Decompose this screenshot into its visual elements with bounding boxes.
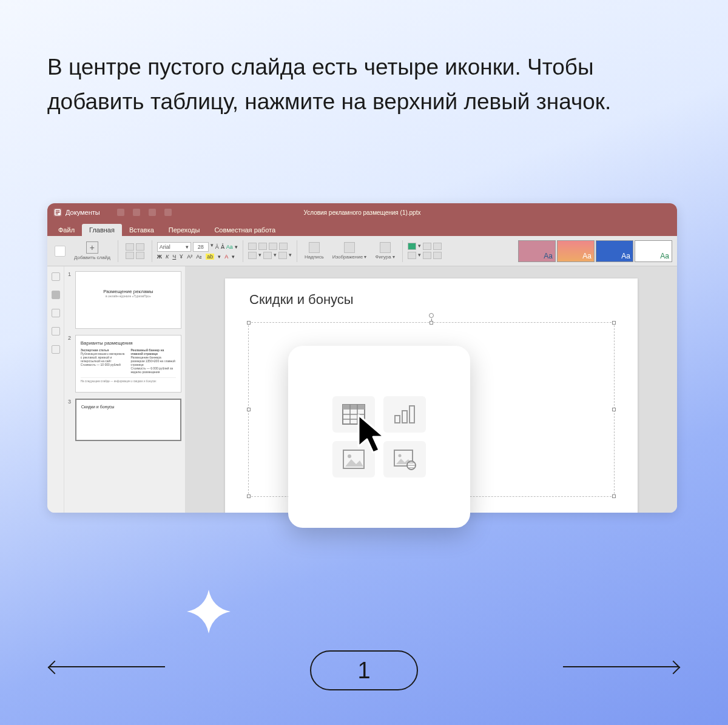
print-icon[interactable]: [133, 209, 140, 216]
font-size-select[interactable]: 28: [193, 242, 209, 252]
theme-gallery: Аа Аа Аа Аа: [518, 240, 672, 262]
svg-rect-3: [56, 214, 58, 215]
save-icon[interactable]: [117, 209, 124, 216]
group-icon[interactable]: [423, 252, 431, 259]
rotate-handle-icon[interactable]: [429, 313, 434, 318]
shape-icon[interactable]: [380, 242, 391, 253]
menu-transitions[interactable]: Переходы: [161, 224, 207, 236]
info-icon[interactable]: [52, 345, 60, 354]
sparkle-icon: [186, 588, 232, 635]
insert-chart-button[interactable]: [383, 396, 426, 433]
indent-icon[interactable]: [278, 252, 287, 259]
slide-number: 1: [68, 271, 73, 329]
resize-handle[interactable]: [247, 494, 251, 498]
thumb-title: Варианты размещения: [81, 340, 176, 346]
align-justify-icon[interactable]: [279, 243, 288, 250]
slide-title-text[interactable]: Скидки и бонусы: [249, 292, 354, 308]
image-label: Изображение ▾: [332, 254, 367, 260]
svg-point-14: [348, 454, 351, 458]
underline-button[interactable]: Ч: [172, 254, 176, 260]
textbox-icon[interactable]: [309, 242, 320, 253]
align-left-icon[interactable]: [248, 243, 257, 250]
insert-online-image-button[interactable]: [383, 441, 426, 477]
svg-rect-1: [56, 211, 60, 212]
app-logo-icon: [53, 208, 62, 217]
align-center-icon[interactable]: [258, 243, 267, 250]
thumb-title: Скидки и бонусы: [81, 405, 175, 409]
ribbon: + Добавить слайд Arial▾ 28 ▾ ÂǍAa▾ Ж: [47, 236, 677, 266]
menu-bar: Файл Главная Вставка Переходы Совместная…: [47, 221, 677, 236]
thumb-subtitle: в онлайн-журнале «ТуризмПро»: [81, 294, 176, 298]
rotate-icon[interactable]: [433, 252, 442, 259]
italic-button[interactable]: К: [166, 254, 169, 260]
svg-rect-2: [56, 212, 60, 213]
insert-image-button[interactable]: [332, 441, 375, 477]
resize-handle[interactable]: [612, 321, 616, 325]
highlight-icon[interactable]: ab: [206, 254, 214, 260]
insert-table-button[interactable]: [332, 396, 375, 433]
resize-handle[interactable]: [430, 321, 433, 325]
slide-number: 2: [68, 335, 73, 393]
textbox-label: Надпись: [305, 254, 324, 260]
next-arrow[interactable]: [563, 666, 678, 667]
resize-handle[interactable]: [247, 408, 251, 411]
resize-handle[interactable]: [247, 321, 251, 325]
shape-label: Фигура ▾: [375, 254, 395, 260]
resize-handle[interactable]: [612, 408, 616, 411]
menu-home[interactable]: Главная: [82, 224, 122, 236]
layout-icon[interactable]: [55, 246, 66, 257]
svg-rect-10: [395, 416, 400, 423]
slide-thumb-3[interactable]: 3 Скидки и бонусы: [68, 399, 181, 441]
format-painter-icon[interactable]: [136, 252, 144, 259]
redo-icon[interactable]: [164, 209, 172, 216]
add-slide-label: Добавить слайд: [74, 255, 110, 260]
instruction-text: В центре пустого слайда есть четыре икон…: [47, 50, 678, 120]
theme-2[interactable]: Аа: [557, 240, 595, 262]
prev-arrow[interactable]: [50, 666, 165, 667]
svg-rect-5: [343, 405, 365, 410]
animation-icon[interactable]: [52, 327, 60, 336]
image-icon[interactable]: [344, 242, 355, 253]
insert-content-popover: [288, 346, 470, 528]
copy-icon[interactable]: [136, 243, 144, 251]
page-indicator: 1: [310, 650, 418, 690]
undo-icon[interactable]: [149, 209, 156, 216]
document-title: Условия рекламного размещения (1).pptx: [304, 209, 421, 216]
svg-rect-12: [410, 406, 414, 423]
cut-icon[interactable]: [126, 243, 134, 251]
align-obj-icon[interactable]: [433, 243, 442, 250]
search-icon[interactable]: [52, 272, 60, 281]
slide-thumb-1[interactable]: 1 Размещение рекламы в онлайн-журнале «Т…: [68, 271, 181, 329]
slide-number: 3: [68, 399, 73, 441]
align-right-icon[interactable]: [269, 243, 277, 250]
slides-panel-icon[interactable]: [52, 291, 60, 299]
slide-thumb-2[interactable]: 2 Варианты размещения Экспертная статья …: [68, 335, 181, 393]
add-slide-button[interactable]: +: [86, 241, 98, 254]
resize-handle[interactable]: [612, 494, 616, 498]
comments-icon[interactable]: [52, 309, 60, 317]
menu-insert[interactable]: Вставка: [122, 224, 161, 236]
menu-collab[interactable]: Совместная работа: [207, 224, 283, 236]
bold-button[interactable]: Ж: [157, 254, 162, 260]
theme-4[interactable]: Аа: [635, 240, 672, 262]
strike-button[interactable]: Ұ: [180, 254, 183, 260]
theme-3[interactable]: Аа: [596, 240, 633, 262]
menu-file[interactable]: Файл: [51, 224, 82, 236]
svg-point-16: [399, 454, 402, 457]
font-name-select[interactable]: Arial▾: [157, 242, 191, 252]
fill-icon[interactable]: [408, 243, 416, 250]
arrange-icon[interactable]: [423, 243, 431, 250]
font-color-icon[interactable]: A: [224, 254, 228, 260]
thumb-title: Размещение рекламы: [81, 289, 176, 294]
numbering-icon[interactable]: [263, 252, 272, 259]
titlebar: Документы Условия рекламного размещения …: [47, 203, 677, 221]
paste-icon[interactable]: [126, 252, 134, 259]
theme-1[interactable]: Аа: [518, 240, 556, 262]
app-name: Документы: [66, 209, 100, 216]
outline-icon[interactable]: [408, 252, 416, 259]
bullets-icon[interactable]: [248, 252, 257, 259]
svg-rect-11: [402, 411, 407, 423]
slide-thumbnails: 1 Размещение рекламы в онлайн-журнале «Т…: [64, 266, 186, 513]
left-rail: [47, 266, 64, 513]
